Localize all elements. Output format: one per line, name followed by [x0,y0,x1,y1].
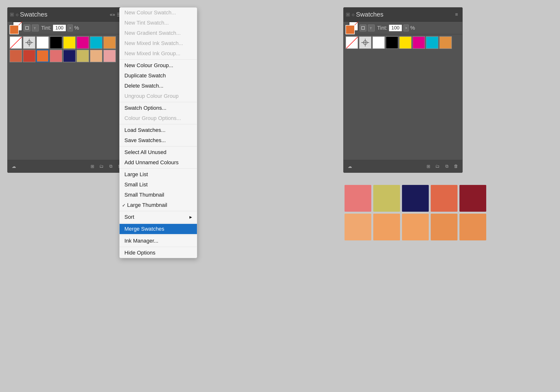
swatch-navy[interactable] [63,50,76,62]
swatch-cyan[interactable] [90,36,102,49]
right-panel-title: Swatches [356,11,455,18]
menu-merge-swatches[interactable]: Merge Swatches [120,224,197,234]
menu-new-mixed-ink-group[interactable]: New Mixed Ink Group... [120,49,197,59]
menu-save-swatches[interactable]: Save Swatches... [120,135,197,146]
swatch-salmon[interactable] [103,50,116,62]
right-tint-input[interactable] [389,25,402,31]
menu-colour-group-options[interactable]: Colour Group Options... [120,113,197,123]
swatch-yellow[interactable] [63,36,76,49]
swatch-none[interactable] [10,36,22,49]
left-panel-bottom: ☁ ⊞ 🗂 ⧉ 🗑 [8,160,126,173]
swatch-olive[interactable] [76,50,89,62]
right-swatch-magenta[interactable] [412,36,425,49]
swatch-crosshair[interactable] [23,36,36,49]
swatch-orange-selected[interactable] [36,50,49,62]
menu-divider-6 [120,211,197,211]
menu-new-mixed-ink-swatch[interactable]: New Mixed Ink Swatch... [120,38,197,49]
menu-small-thumbnail[interactable]: Small Thumbnail [120,190,197,200]
swatch-black[interactable] [50,36,62,49]
right-swatch-none[interactable] [346,36,358,49]
menu-new-gradient-swatch[interactable]: New Gradient Swatch... [120,28,197,38]
right-panel-diamond-icon: ◇ [352,13,354,17]
context-menu: New Colour Swatch... New Tint Swatch... … [119,7,197,258]
swatch-white[interactable] [36,36,49,49]
left-layers-icon[interactable]: ⧉ [107,163,115,170]
right-swatches-grid [344,34,462,51]
menu-ungroup-colour-group[interactable]: Ungroup Colour Group [120,91,197,101]
right-color-preview[interactable] [346,22,358,34]
swatch-orange2[interactable] [23,50,36,62]
menu-divider-3 [120,124,197,124]
menu-new-tint-swatch[interactable]: New Tint Swatch... [120,18,197,28]
swatch-orange1[interactable] [103,36,116,49]
color-cell-4[interactable] [460,185,486,212]
color-cell-5[interactable] [345,214,371,240]
right-panel-collapse-icon[interactable]: ≡ [455,12,458,17]
right-panel-close[interactable]: × [346,13,350,17]
right-swatch-yellow[interactable] [399,36,412,49]
color-cell-0[interactable] [345,185,371,212]
menu-divider-5 [120,168,197,169]
left-stroke-mode-btn[interactable] [24,25,30,31]
right-cloud-icon[interactable]: ☁ [346,163,354,170]
menu-swatch-options[interactable]: Swatch Options... [120,103,197,113]
right-layers-icon[interactable]: ⧉ [443,163,451,170]
left-grid-icon[interactable]: ⊞ [88,163,96,170]
right-fill-preview [346,25,355,34]
right-swatch-orange[interactable] [439,36,452,49]
menu-select-all-unused[interactable]: Select All Unused [120,147,197,157]
right-swatch-cyan[interactable] [426,36,439,49]
menu-divider-4 [120,146,197,147]
left-tint-percent: % [74,25,79,31]
right-folder-icon[interactable]: 🗂 [434,163,441,170]
right-stroke-mode-btn[interactable] [360,25,366,31]
menu-add-unnamed-colours[interactable]: Add Unnamed Colours [120,157,197,168]
menu-duplicate-swatch[interactable]: Duplicate Swatch [120,70,197,81]
swatch-peach[interactable] [90,50,102,62]
left-tint-label: Tint: [41,25,51,31]
right-grid-icon[interactable]: ⊞ [424,163,432,170]
menu-hide-options[interactable]: Hide Options [120,248,197,258]
left-text-mode-btn[interactable]: T [32,25,39,31]
menu-ink-manager[interactable]: Ink Manager... [120,236,197,246]
right-swatch-white[interactable] [372,36,385,49]
menu-sort[interactable]: Sort [120,212,197,222]
right-tint-label: Tint: [377,25,387,31]
menu-new-colour-swatch[interactable]: New Colour Swatch... [120,8,197,18]
left-tint-input[interactable] [53,25,66,31]
menu-delete-swatch[interactable]: Delete Swatch... [120,81,197,91]
color-cell-6[interactable] [373,214,400,240]
color-cell-2[interactable] [402,185,429,212]
left-tint-arrow-btn[interactable]: > [68,25,73,31]
left-panel-diamond-icon: ◇ [16,13,19,17]
left-panel-close[interactable]: × [10,13,14,17]
color-cell-1[interactable] [373,185,400,212]
swatch-brown1[interactable] [10,50,22,62]
left-fill-preview [10,25,19,34]
menu-divider-9 [120,247,197,247]
left-color-preview[interactable] [10,22,22,34]
menu-large-list[interactable]: Large List [120,169,197,180]
right-text-mode-btn[interactable]: T [368,25,375,31]
color-cell-8[interactable] [431,214,458,240]
color-cell-9[interactable] [460,214,486,240]
right-panel-toolbar: T Tint: > % [344,22,462,34]
right-trash-icon[interactable]: 🗑 [452,163,460,170]
swatch-pink[interactable] [50,50,62,62]
right-crosshair-icon [361,39,369,47]
right-swatch-crosshair[interactable] [359,36,371,49]
left-folder-icon[interactable]: 🗂 [98,163,105,170]
menu-small-list[interactable]: Small List [120,180,197,190]
left-panel-collapse-icon[interactable]: «» [110,12,115,17]
right-swatch-black[interactable] [386,36,398,49]
color-cell-7[interactable] [402,214,429,240]
menu-new-colour-group[interactable]: New Colour Group... [120,60,197,70]
left-cloud-icon[interactable]: ☁ [10,163,18,170]
left-panel-title: Swatches [20,11,110,18]
right-tint-arrow-btn[interactable]: > [403,25,409,31]
menu-large-thumbnail[interactable]: Large Thumbnail [120,200,197,210]
left-bottom-right-icons: ⊞ 🗂 ⧉ 🗑 [88,163,124,170]
color-cell-3[interactable] [431,185,458,212]
swatch-magenta[interactable] [76,36,89,49]
menu-load-swatches[interactable]: Load Swatches... [120,125,197,135]
